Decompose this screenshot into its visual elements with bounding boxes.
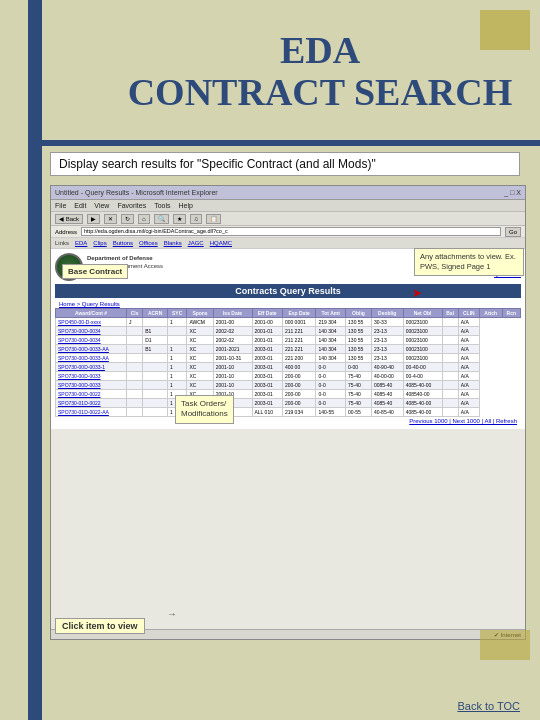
table-cell [442,345,458,354]
table-cell [143,363,168,372]
table-cell: 2001-01 [252,336,282,345]
address-input[interactable]: http://eda.ogden.disa.mil/cgi-bin/EDACon… [81,227,501,236]
table-cell [127,336,143,345]
table-cell[interactable]: SPO730-00D-0033 [56,372,127,381]
table-cell[interactable]: SPO730-00D-0034 [56,327,127,336]
table-cell: 75-40 [346,381,372,390]
home-button[interactable]: ⌂ [138,214,150,224]
table-cell: 221 221 [282,345,316,354]
col-recon: Rcn [502,309,520,318]
table-cell: A/A [458,408,479,417]
table-cell: 2003-01 [252,381,282,390]
menu-tools[interactable]: Tools [154,202,170,209]
link-eda[interactable]: EDA [75,240,87,246]
table-cell: 00-4-00 [403,372,442,381]
table-cell: 00023100 [403,318,442,327]
table-cell: D1 [143,336,168,345]
link-buttons[interactable]: Buttons [113,240,133,246]
table-row: SPO730-00D-0034D1XC2002-022001-01211 221… [56,336,521,345]
browser-addressbar: Address http://eda.ogden.disa.mil/cgi-bi… [51,226,525,238]
table-cell: A/A [458,390,479,399]
table-cell [127,354,143,363]
table-cell: 0085-40 [371,381,403,390]
table-cell [442,408,458,417]
table-cell: 200-00 [282,399,316,408]
table-cell[interactable]: SPO730-00D-0033 [56,381,127,390]
table-cell[interactable]: SPO730-00D-0033-AA [56,354,127,363]
table-cell: A/A [458,327,479,336]
col-bal: Bal [442,309,458,318]
link-offices[interactable]: Offices [139,240,158,246]
col-deoblig: Deoblig [371,309,403,318]
table-cell: 2003-01 [252,399,282,408]
table-cell: 200-00 [282,372,316,381]
table-cell [127,399,143,408]
refresh-button[interactable]: ↻ [121,214,134,224]
menu-help[interactable]: Help [179,202,193,209]
table-cell: 408540-00 [403,390,442,399]
table-cell: 2001-10-31 [213,354,252,363]
table-cell: 200-00 [282,381,316,390]
table-cell: 2001-00 [252,318,282,327]
link-jagc[interactable]: JAGC [188,240,204,246]
table-cell [143,408,168,417]
table-cell[interactable]: SPO730-00D-0033-1 [56,363,127,372]
menu-view[interactable]: View [94,202,109,209]
table-cell: 0-0 [316,363,346,372]
table-cell[interactable]: SPO730-01D-0022-AA [56,408,127,417]
link-blanks[interactable]: Blanks [164,240,182,246]
search-button[interactable]: 🔍 [154,214,169,224]
click-item-arrow: ↑ [167,612,178,617]
table-cell[interactable]: SPO450-00-D-xxxx [56,318,127,327]
callout-base-contract: Base Contract [62,264,128,279]
menu-edit[interactable]: Edit [74,202,86,209]
table-cell: 2003-01 [252,390,282,399]
go-button[interactable]: Go [505,227,521,237]
link-clips[interactable]: Clips [93,240,106,246]
table-cell [442,336,458,345]
table-cell[interactable]: SPO730-00D-0022 [56,390,127,399]
table-cell: 2001-00 [213,318,252,327]
table-cell: J [127,318,143,327]
table-cell: 75-40 [346,390,372,399]
table-cell: 75-40 [346,399,372,408]
table-cell [167,336,186,345]
table-row: SPO730-01D-00221XC2001-102003-01200-000-… [56,399,521,408]
table-cell: 23-13 [371,345,403,354]
browser-toolbar: ◀ Back ▶ ✕ ↻ ⌂ 🔍 ★ ♫ 📋 [51,212,525,226]
table-cell: 130 55 [346,318,372,327]
table-cell: 4085-40-00 [403,381,442,390]
table-cell [127,372,143,381]
table-cell [442,372,458,381]
table-cell: B1 [143,345,168,354]
table-row: SPO730-00D-00331XC2001-102003-01200-000-… [56,372,521,381]
table-cell: 40-90-40 [371,363,403,372]
table-cell[interactable]: SPO730-00D-0034 [56,336,127,345]
favorites-button[interactable]: ★ [173,214,186,224]
back-to-toc[interactable]: Back to TOC [457,700,520,712]
table-cell: XC [187,381,213,390]
page-title: EDA CONTRACT SEARCH [120,30,520,114]
table-row: SPO730-00D-0033-AA1XC2001-10-312003-0122… [56,354,521,363]
title-area: EDA CONTRACT SEARCH [120,30,520,114]
history-button[interactable]: 📋 [206,214,221,224]
table-cell: 211 221 [282,336,316,345]
menu-favorites[interactable]: Favorites [117,202,146,209]
media-button[interactable]: ♫ [190,214,203,224]
table-cell: 0-0 [316,390,346,399]
table-cell: A/A [458,336,479,345]
stop-button[interactable]: ✕ [104,214,117,224]
browser-window-controls[interactable]: _ □ X [504,189,521,196]
table-cell: 40-85-40 [371,408,403,417]
menu-file[interactable]: File [55,202,66,209]
table-cell[interactable]: SPO730-01D-0022 [56,399,127,408]
breadcrumb[interactable]: Home > Query Results [55,300,521,308]
forward-button[interactable]: ▶ [87,214,100,224]
table-cell: 2003-01 [252,354,282,363]
table-cell [143,381,168,390]
back-button[interactable]: ◀ Back [55,214,83,224]
page-nav-bottom[interactable]: Previous 1000 | Next 1000 | All | Refres… [55,417,521,425]
table-cell: 40-00-00 [371,372,403,381]
link-hqamc[interactable]: HQAMC [210,240,232,246]
table-cell[interactable]: SPO730-00D-0033-AA [56,345,127,354]
